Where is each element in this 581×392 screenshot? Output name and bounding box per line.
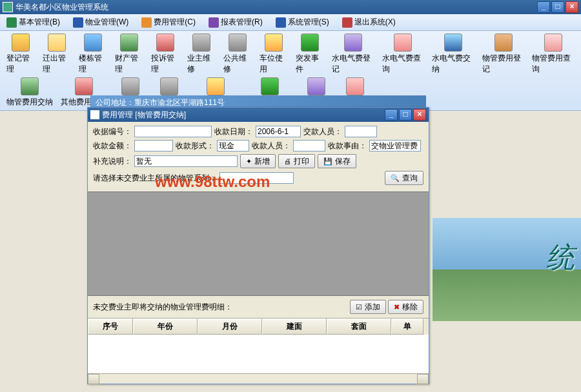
tool-8[interactable]: 突发事件: [292, 32, 328, 76]
grid-header: 序号 年份 月份 建面 套面 单: [88, 318, 429, 335]
amount-field[interactable]: [134, 140, 173, 152]
label-method: 收款形式：: [176, 141, 214, 152]
tool-icon: [444, 34, 462, 52]
owner-list-panel: [88, 191, 429, 296]
tool-icon: [192, 34, 210, 52]
new-icon: ✦: [246, 157, 252, 166]
menu-basic[interactable]: 基本管理(B): [3, 15, 64, 29]
label-receipt-date: 收款日期：: [214, 126, 253, 137]
gear-icon: [6, 17, 17, 28]
dialog-maximize-button[interactable]: □: [399, 109, 412, 121]
minimize-button[interactable]: _: [537, 1, 550, 13]
tool-icon: [346, 77, 364, 95]
col-month[interactable]: 月份: [198, 318, 262, 335]
col-year[interactable]: 年份: [133, 318, 198, 335]
exit-icon: [342, 17, 352, 28]
col-sn[interactable]: 序号: [88, 318, 133, 335]
report-icon: [209, 17, 219, 28]
tool-9[interactable]: 水电气费登记: [328, 32, 378, 76]
method-field[interactable]: [217, 140, 249, 152]
col-suite-area[interactable]: 套面: [327, 318, 391, 335]
menu-property[interactable]: 物业管理(W): [69, 15, 132, 29]
tool-icon: [48, 34, 66, 52]
dialog-title: 费用管理 [物管费用交纳]: [102, 110, 385, 121]
tool-icon: [344, 34, 362, 52]
print-icon: 🖨: [284, 157, 291, 165]
app-title: 华美名都小区物业管理系统: [15, 2, 537, 13]
detail-bar: 未交费业主即将交纳的物业管理费明细： ☑添加 ✖移除: [88, 296, 429, 318]
grid-body: [88, 335, 429, 373]
dialog-minimize-button[interactable]: _: [385, 109, 398, 121]
tool-2[interactable]: 楼栋管理: [75, 32, 111, 76]
label-remark: 补充说明：: [93, 156, 132, 167]
receipt-no-field[interactable]: [134, 126, 212, 137]
tool-icon: [265, 34, 283, 52]
tool-icon: [301, 34, 319, 52]
save-icon: 💾: [323, 157, 332, 166]
menubar: 基本管理(B) 物业管理(W) 费用管理(C) 报表管理(R) 系统管理(S) …: [0, 14, 581, 31]
tool-icon: [229, 34, 247, 52]
col-unit[interactable]: 单: [391, 318, 423, 335]
check-icon: ☑: [356, 303, 362, 311]
label-amount: 收款金额：: [93, 141, 132, 152]
tool-6[interactable]: 公共维修: [219, 32, 256, 76]
tool-icon: [261, 77, 279, 95]
query-button[interactable]: 🔍查询: [385, 171, 423, 185]
remark-field[interactable]: [134, 155, 238, 167]
tool-0[interactable]: 登记管理: [3, 32, 39, 76]
label-cashier: 收款人员：: [252, 141, 290, 152]
tool-icon: [120, 34, 138, 52]
remove-button[interactable]: ✖移除: [388, 300, 423, 314]
menu-system[interactable]: 系统管理(S): [272, 15, 333, 29]
dialog-close-button[interactable]: ×: [413, 109, 426, 121]
tool-icon: [544, 34, 562, 52]
tool-icon: [207, 77, 225, 95]
menu-report[interactable]: 报表管理(R): [205, 15, 267, 29]
search-icon: 🔍: [391, 174, 400, 182]
tool-icon: [12, 34, 30, 52]
tool-icon: [394, 34, 412, 52]
print-button[interactable]: 🖨打印: [278, 154, 315, 168]
new-button[interactable]: ✦新增: [240, 154, 276, 168]
tool-icon: [156, 34, 174, 52]
tool-11[interactable]: 水电气费交纳: [428, 32, 478, 76]
horizontal-scrollbar[interactable]: [88, 373, 429, 384]
close-button[interactable]: ×: [566, 1, 578, 13]
save-button[interactable]: 💾保存: [318, 154, 356, 168]
detail-label: 未交费业主即将交纳的物业管理费明细：: [93, 302, 350, 313]
menu-exit[interactable]: 退出系统(X): [338, 15, 400, 29]
coin-icon: [141, 17, 152, 28]
tool-12[interactable]: 物管费用登记: [478, 32, 529, 76]
tool-icon: [494, 34, 513, 52]
receipt-date-field[interactable]: [256, 126, 301, 137]
tool-icon: [307, 77, 325, 95]
tool-icon: [75, 77, 93, 95]
label-receipt-no: 收据编号：: [93, 126, 132, 137]
dialog-titlebar: 费用管理 [物管费用交纳] _ □ ×: [88, 108, 429, 122]
reason-field[interactable]: [369, 140, 421, 152]
add-button[interactable]: ☑添加: [350, 300, 386, 314]
tool-5[interactable]: 业主维修: [183, 32, 219, 76]
tool-13[interactable]: 物管费用查询: [528, 32, 578, 76]
remove-icon: ✖: [394, 303, 400, 311]
maximize-button[interactable]: □: [551, 1, 564, 13]
col-build-area[interactable]: 建面: [262, 318, 327, 335]
tool-7[interactable]: 车位使用: [256, 32, 292, 76]
tool-icon: [84, 34, 102, 52]
tool-icon: [160, 77, 178, 95]
tool-icon: [21, 77, 39, 95]
cashier-field[interactable]: [293, 140, 325, 152]
tool-3[interactable]: 财产管理: [111, 32, 147, 76]
app-icon: [3, 2, 13, 12]
tool-10[interactable]: 水电气费查询: [378, 32, 429, 76]
bg-brand: 统: [546, 239, 575, 277]
main-titlebar: 华美名都小区物业管理系统 _ □ ×: [0, 0, 581, 14]
system-icon: [276, 17, 286, 28]
globe-icon: [73, 17, 83, 28]
tool-4[interactable]: 投诉管理: [147, 32, 183, 76]
menu-fee[interactable]: 费用管理(C): [138, 15, 199, 29]
tool2-0[interactable]: 物管费用交纳: [3, 76, 57, 109]
label-payer: 交款人员：: [303, 126, 342, 137]
tool-1[interactable]: 迁出管理: [39, 32, 75, 76]
payer-field[interactable]: [345, 126, 377, 137]
